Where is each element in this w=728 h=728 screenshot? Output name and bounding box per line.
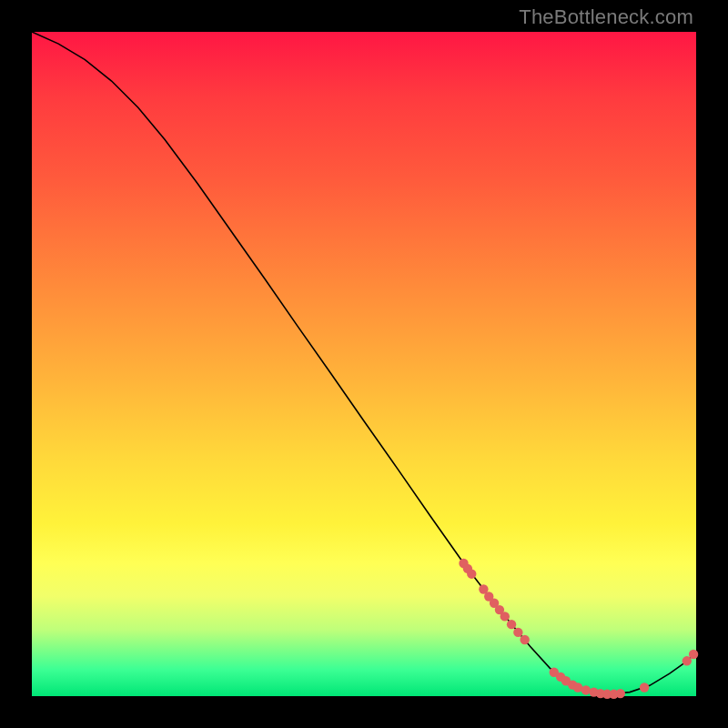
data-point-marker [500, 612, 510, 621]
data-point-marker [467, 569, 476, 578]
data-point-marker [520, 635, 529, 644]
chart-svg [32, 32, 696, 696]
watermark-text: TheBottleneck.com [519, 5, 693, 29]
data-point-marker [507, 620, 516, 629]
bottleneck-curve [32, 32, 696, 694]
data-point-marker [616, 689, 625, 698]
data-point-marker [640, 682, 649, 692]
data-point-marker [581, 685, 591, 694]
data-point-marker [689, 650, 698, 659]
data-point-marker [513, 628, 522, 637]
